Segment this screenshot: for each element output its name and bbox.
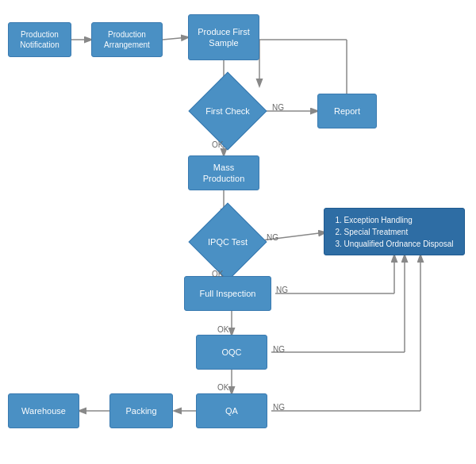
ng-label-first-check: NG xyxy=(272,103,284,112)
production-arrangement-label: Production Arrangement xyxy=(104,29,150,50)
produce-first-sample-label: Produce First Sample xyxy=(198,26,249,49)
oqc-node: OQC xyxy=(196,335,267,370)
warehouse-node: Warehouse xyxy=(8,393,79,428)
ok-label-first-check: OK xyxy=(212,140,223,149)
full-inspection-label: Full Inspection xyxy=(200,288,256,299)
oqc-label: OQC xyxy=(221,347,241,358)
ok-label-oqc: OK xyxy=(217,383,228,392)
mass-production-node: Mass Production xyxy=(188,155,259,190)
ok-label-ipqc: OK xyxy=(212,270,223,278)
first-check-label: First Check xyxy=(205,106,250,116)
ng-label-oqc: NG xyxy=(273,345,285,354)
production-notification-label: Production Notification xyxy=(20,29,59,50)
full-inspection-node: Full Inspection xyxy=(184,276,271,311)
qa-label: QA xyxy=(225,405,238,416)
exception-handling-node: 1. Exception Handling 2. Special Treatme… xyxy=(324,208,465,255)
ng-label-qa: NG xyxy=(273,403,285,412)
ng-label-full-inspection: NG xyxy=(276,286,288,294)
production-notification-node: Production Notification xyxy=(8,22,71,57)
svg-line-1 xyxy=(163,37,188,40)
produce-first-sample-node: Produce First Sample xyxy=(188,14,259,60)
ok-label-full-inspection: OK xyxy=(217,325,228,334)
mass-production-label: Mass Production xyxy=(203,162,245,185)
qa-node: QA xyxy=(196,393,267,428)
exception-handling-label: 1. Exception Handling 2. Special Treatme… xyxy=(336,214,454,250)
packing-node: Packing xyxy=(109,393,173,428)
warehouse-label: Warehouse xyxy=(21,405,66,416)
ipqc-test-node: IPQC Test xyxy=(196,214,259,270)
first-check-node: First Check xyxy=(196,83,259,139)
ipqc-test-label: IPQC Test xyxy=(208,237,248,247)
report-label: Report xyxy=(334,105,360,117)
flowchart: Production Notification Production Arran… xyxy=(0,0,476,464)
production-arrangement-node: Production Arrangement xyxy=(91,22,163,57)
report-node: Report xyxy=(317,94,377,128)
packing-label: Packing xyxy=(125,405,156,416)
ng-label-ipqc: NG xyxy=(267,233,278,242)
